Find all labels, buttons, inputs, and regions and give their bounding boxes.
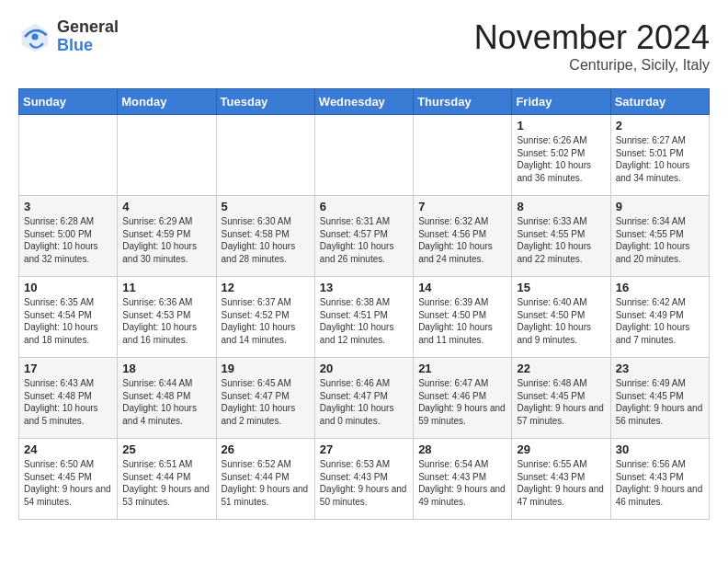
calendar-cell: 3Sunrise: 6:28 AM Sunset: 5:00 PM Daylig… [19, 196, 118, 277]
day-number: 8 [517, 200, 605, 213]
day-header-tuesday: Tuesday [216, 89, 314, 115]
day-number: 13 [320, 281, 408, 294]
day-number: 22 [517, 362, 605, 375]
day-info: Sunrise: 6:31 AM Sunset: 4:57 PM Dayligh… [320, 215, 408, 265]
calendar-cell: 20Sunrise: 6:46 AM Sunset: 4:47 PM Dayli… [314, 358, 413, 439]
calendar-cell [314, 115, 413, 196]
calendar-cell: 4Sunrise: 6:29 AM Sunset: 4:59 PM Daylig… [118, 196, 216, 277]
svg-point-1 [31, 33, 38, 40]
day-number: 2 [616, 119, 704, 132]
calendar-cell: 28Sunrise: 6:54 AM Sunset: 4:43 PM Dayli… [414, 439, 512, 520]
day-header-saturday: Saturday [610, 89, 709, 115]
day-info: Sunrise: 6:34 AM Sunset: 4:55 PM Dayligh… [616, 215, 704, 265]
day-info: Sunrise: 6:29 AM Sunset: 4:59 PM Dayligh… [122, 215, 210, 265]
day-number: 17 [24, 362, 112, 375]
calendar-cell: 9Sunrise: 6:34 AM Sunset: 4:55 PM Daylig… [610, 196, 709, 277]
day-info: Sunrise: 6:50 AM Sunset: 4:45 PM Dayligh… [24, 458, 112, 508]
day-number: 3 [24, 200, 112, 213]
day-info: Sunrise: 6:51 AM Sunset: 4:44 PM Dayligh… [122, 458, 210, 508]
day-number: 25 [122, 442, 210, 456]
logo-general: General [57, 18, 119, 37]
calendar-cell: 2Sunrise: 6:27 AM Sunset: 5:01 PM Daylig… [610, 115, 709, 196]
day-info: Sunrise: 6:52 AM Sunset: 4:44 PM Dayligh… [222, 458, 310, 508]
day-info: Sunrise: 6:30 AM Sunset: 4:58 PM Dayligh… [222, 215, 310, 265]
day-number: 15 [517, 281, 605, 294]
day-number: 30 [616, 442, 704, 456]
day-info: Sunrise: 6:26 AM Sunset: 5:02 PM Dayligh… [517, 134, 605, 184]
day-info: Sunrise: 6:42 AM Sunset: 4:49 PM Dayligh… [616, 296, 704, 346]
day-number: 21 [418, 362, 506, 375]
calendar-week-5: 24Sunrise: 6:50 AM Sunset: 4:45 PM Dayli… [19, 439, 710, 520]
calendar-table: SundayMondayTuesdayWednesdayThursdayFrid… [18, 88, 710, 520]
calendar-cell: 30Sunrise: 6:56 AM Sunset: 4:43 PM Dayli… [610, 439, 709, 520]
day-info: Sunrise: 6:48 AM Sunset: 4:45 PM Dayligh… [517, 377, 605, 427]
calendar-week-4: 17Sunrise: 6:43 AM Sunset: 4:48 PM Dayli… [19, 358, 710, 439]
day-number: 9 [616, 200, 704, 213]
calendar-cell [19, 115, 118, 196]
logo-icon [18, 20, 51, 53]
day-info: Sunrise: 6:33 AM Sunset: 4:55 PM Dayligh… [517, 215, 605, 265]
day-info: Sunrise: 6:55 AM Sunset: 4:43 PM Dayligh… [517, 458, 605, 508]
day-number: 7 [418, 200, 506, 213]
calendar-cell: 25Sunrise: 6:51 AM Sunset: 4:44 PM Dayli… [118, 439, 216, 520]
calendar-cell: 21Sunrise: 6:47 AM Sunset: 4:46 PM Dayli… [414, 358, 512, 439]
day-info: Sunrise: 6:56 AM Sunset: 4:43 PM Dayligh… [616, 458, 704, 508]
calendar-week-3: 10Sunrise: 6:35 AM Sunset: 4:54 PM Dayli… [19, 277, 710, 358]
day-info: Sunrise: 6:27 AM Sunset: 5:01 PM Dayligh… [616, 134, 704, 184]
month-title: November 2024 [474, 18, 710, 57]
day-header-thursday: Thursday [414, 89, 512, 115]
calendar-cell: 8Sunrise: 6:33 AM Sunset: 4:55 PM Daylig… [512, 196, 610, 277]
day-number: 23 [616, 362, 704, 375]
day-number: 29 [517, 442, 605, 456]
day-info: Sunrise: 6:32 AM Sunset: 4:56 PM Dayligh… [418, 215, 506, 265]
calendar-cell: 5Sunrise: 6:30 AM Sunset: 4:58 PM Daylig… [216, 196, 314, 277]
calendar-cell [414, 115, 512, 196]
day-header-sunday: Sunday [19, 89, 118, 115]
calendar-cell: 19Sunrise: 6:45 AM Sunset: 4:47 PM Dayli… [216, 358, 314, 439]
calendar-cell: 29Sunrise: 6:55 AM Sunset: 4:43 PM Dayli… [512, 439, 610, 520]
calendar-cell: 26Sunrise: 6:52 AM Sunset: 4:44 PM Dayli… [216, 439, 314, 520]
day-info: Sunrise: 6:49 AM Sunset: 4:45 PM Dayligh… [616, 377, 704, 427]
calendar-cell: 15Sunrise: 6:40 AM Sunset: 4:50 PM Dayli… [512, 277, 610, 358]
day-number: 4 [122, 200, 210, 213]
day-info: Sunrise: 6:28 AM Sunset: 5:00 PM Dayligh… [24, 215, 112, 265]
page-header: General Blue November 2024 Centuripe, Si… [18, 18, 710, 74]
day-info: Sunrise: 6:45 AM Sunset: 4:47 PM Dayligh… [222, 377, 310, 427]
location: Centuripe, Sicily, Italy [474, 57, 710, 74]
day-info: Sunrise: 6:44 AM Sunset: 4:48 PM Dayligh… [122, 377, 210, 427]
day-header-monday: Monday [118, 89, 216, 115]
calendar-cell: 6Sunrise: 6:31 AM Sunset: 4:57 PM Daylig… [314, 196, 413, 277]
title-block: November 2024 Centuripe, Sicily, Italy [474, 18, 710, 74]
day-info: Sunrise: 6:53 AM Sunset: 4:43 PM Dayligh… [320, 458, 408, 508]
day-number: 24 [24, 442, 112, 456]
day-number: 18 [122, 362, 210, 375]
calendar-cell: 16Sunrise: 6:42 AM Sunset: 4:49 PM Dayli… [610, 277, 709, 358]
calendar-cell: 17Sunrise: 6:43 AM Sunset: 4:48 PM Dayli… [19, 358, 118, 439]
calendar-header-row: SundayMondayTuesdayWednesdayThursdayFrid… [19, 89, 710, 115]
day-number: 26 [222, 442, 310, 456]
logo: General Blue [18, 18, 119, 55]
calendar-cell [118, 115, 216, 196]
day-number: 10 [24, 281, 112, 294]
day-info: Sunrise: 6:38 AM Sunset: 4:51 PM Dayligh… [320, 296, 408, 346]
calendar-cell: 18Sunrise: 6:44 AM Sunset: 4:48 PM Dayli… [118, 358, 216, 439]
day-info: Sunrise: 6:43 AM Sunset: 4:48 PM Dayligh… [24, 377, 112, 427]
day-number: 19 [222, 362, 310, 375]
calendar-cell: 24Sunrise: 6:50 AM Sunset: 4:45 PM Dayli… [19, 439, 118, 520]
day-number: 11 [122, 281, 210, 294]
day-number: 20 [320, 362, 408, 375]
day-info: Sunrise: 6:35 AM Sunset: 4:54 PM Dayligh… [24, 296, 112, 346]
day-number: 1 [517, 119, 605, 132]
calendar-cell: 7Sunrise: 6:32 AM Sunset: 4:56 PM Daylig… [414, 196, 512, 277]
day-number: 28 [418, 442, 506, 456]
day-number: 12 [222, 281, 310, 294]
calendar-cell: 14Sunrise: 6:39 AM Sunset: 4:50 PM Dayli… [414, 277, 512, 358]
calendar-cell: 10Sunrise: 6:35 AM Sunset: 4:54 PM Dayli… [19, 277, 118, 358]
calendar-cell: 27Sunrise: 6:53 AM Sunset: 4:43 PM Dayli… [314, 439, 413, 520]
day-number: 6 [320, 200, 408, 213]
day-number: 5 [222, 200, 310, 213]
day-info: Sunrise: 6:37 AM Sunset: 4:52 PM Dayligh… [222, 296, 310, 346]
day-header-friday: Friday [512, 89, 610, 115]
day-info: Sunrise: 6:36 AM Sunset: 4:53 PM Dayligh… [122, 296, 210, 346]
calendar-week-2: 3Sunrise: 6:28 AM Sunset: 5:00 PM Daylig… [19, 196, 710, 277]
